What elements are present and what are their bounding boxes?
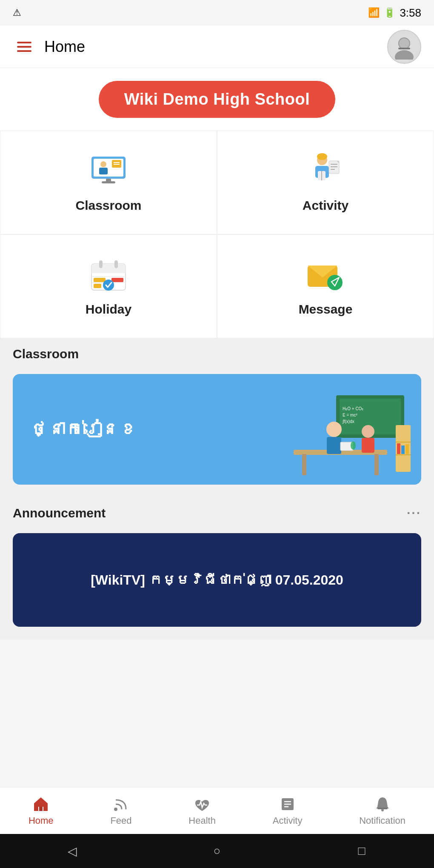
classroom-label: Classroom [75, 198, 141, 213]
nav-label-activity: Activity [273, 815, 303, 826]
announcement-section-title: Announcement [13, 506, 106, 520]
hamburger-line-2 [17, 46, 31, 48]
svg-rect-47 [374, 454, 379, 475]
svg-rect-30 [94, 278, 106, 282]
signal-indicator: 📶 [368, 7, 380, 18]
svg-point-50 [362, 425, 374, 438]
battery-icon: 🔋 [384, 7, 395, 18]
svg-point-38 [327, 275, 343, 290]
nav-label-home: Home [29, 815, 54, 826]
hamburger-line-1 [17, 42, 31, 43]
hamburger-menu[interactable] [13, 37, 36, 56]
svg-rect-61 [39, 807, 43, 811]
svg-rect-32 [111, 278, 123, 282]
svg-rect-27 [114, 260, 118, 268]
announcement-card-text: [WikiTV] កម្មវិធីថាក់ផ្ញា 07.05.2020 [78, 572, 356, 588]
grid-menu: Classroom Activity [0, 131, 434, 338]
android-back-button[interactable]: ◁ [62, 840, 83, 862]
svg-text:H₂O + CO₂: H₂O + CO₂ [343, 406, 363, 411]
svg-rect-31 [94, 284, 101, 288]
message-icon [304, 256, 347, 294]
svg-point-14 [317, 153, 327, 160]
bottom-navigation: Home Feed Health Activity [0, 787, 434, 834]
nav-label-health: Health [188, 815, 216, 826]
svg-point-53 [351, 441, 356, 450]
svg-rect-59 [405, 444, 409, 454]
svg-rect-12 [102, 181, 115, 183]
classroom-section-title: Classroom [13, 347, 79, 361]
nav-item-activity[interactable]: Activity [264, 791, 311, 831]
svg-point-2 [399, 38, 409, 49]
activity-icon [304, 152, 347, 191]
grid-item-classroom[interactable]: Classroom [0, 131, 217, 234]
announcement-section-header: Announcement ··· [0, 497, 434, 529]
home-nav-icon [32, 796, 49, 813]
svg-point-48 [326, 422, 342, 437]
announcement-section: [WikiTV] កម្មវិធីថាក់ផ្ញា 07.05.2020 [0, 529, 434, 640]
hamburger-line-3 [17, 50, 31, 52]
nav-item-home[interactable]: Home [20, 791, 62, 831]
message-label: Message [299, 302, 353, 317]
classroom-card-text: ថ្នាក់រៀនខ [30, 419, 137, 440]
nav-item-health[interactable]: Health [180, 791, 224, 831]
svg-rect-7 [99, 168, 108, 174]
header: Home [0, 26, 434, 68]
nav-item-notification[interactable]: Notification [351, 791, 414, 831]
svg-rect-26 [99, 260, 103, 268]
svg-point-68 [381, 809, 384, 811]
warning-icon: ⚠ [13, 7, 21, 18]
svg-point-33 [103, 280, 114, 291]
android-home-button[interactable]: ○ [206, 840, 228, 862]
android-recent-button[interactable]: □ [351, 840, 372, 862]
svg-text:E = mc²: E = mc² [343, 413, 357, 417]
more-options-button[interactable]: ··· [407, 506, 421, 520]
announcement-card[interactable]: [WikiTV] កម្មវិធីថាក់ផ្ញា 07.05.2020 [13, 533, 421, 627]
svg-rect-58 [401, 445, 405, 454]
school-badge-section: Wiki Demo High School [0, 68, 434, 131]
grid-item-message[interactable]: Message [217, 234, 434, 338]
avatar[interactable] [387, 30, 421, 64]
holiday-icon [87, 256, 130, 294]
classroom-illustration: H₂O + CO₂ E = mc² ∫f(x)dx [268, 387, 413, 485]
health-nav-icon [194, 796, 211, 813]
svg-point-1 [395, 50, 414, 60]
svg-text:∫f(x)dx: ∫f(x)dx [342, 419, 354, 424]
classroom-section-header: Classroom [0, 338, 434, 370]
holiday-label: Holiday [86, 302, 131, 317]
header-title: Home [44, 38, 387, 56]
status-icons: 📶 🔋 3:58 [368, 6, 421, 20]
activity-label: Activity [303, 198, 348, 213]
notification-nav-icon [374, 796, 391, 813]
activity-nav-icon [279, 796, 296, 813]
svg-rect-49 [327, 437, 341, 454]
svg-point-62 [114, 808, 117, 811]
classroom-icon [87, 152, 130, 191]
feed-nav-icon [112, 796, 129, 813]
svg-rect-57 [397, 443, 400, 454]
avatar-icon [391, 34, 417, 60]
svg-rect-25 [91, 269, 126, 273]
grid-item-holiday[interactable]: Holiday [0, 234, 217, 338]
time-display: 3:58 [400, 6, 421, 20]
nav-label-notification: Notification [359, 815, 405, 826]
nav-label-feed: Feed [110, 815, 131, 826]
svg-rect-51 [362, 438, 374, 453]
status-bar: ⚠ 📶 🔋 3:58 [0, 0, 434, 26]
svg-point-6 [100, 161, 106, 167]
classroom-section: ថ្នាក់រៀនខ H₂O + CO₂ E = mc² ∫f(x)dx [0, 370, 434, 497]
nav-item-feed[interactable]: Feed [102, 791, 140, 831]
classroom-card[interactable]: ថ្នាក់រៀនខ H₂O + CO₂ E = mc² ∫f(x)dx [13, 374, 421, 485]
android-system-bar: ◁ ○ □ [0, 834, 434, 868]
grid-item-activity[interactable]: Activity [217, 131, 434, 234]
school-badge: Wiki Demo High School [99, 81, 336, 118]
svg-rect-3 [398, 48, 410, 49]
svg-rect-46 [302, 454, 306, 475]
